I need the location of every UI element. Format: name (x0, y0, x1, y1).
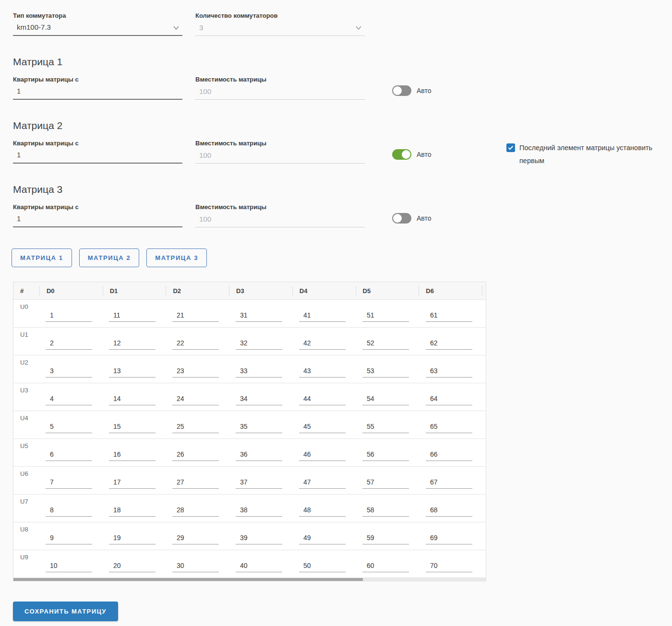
matrix-cell-input-U6-D1[interactable] (109, 478, 156, 489)
matrix-cell-input-U6-D4[interactable] (299, 478, 346, 489)
matrix-cell-input-U4-D1[interactable] (109, 423, 156, 433)
matrix-cell-input-U7-D2[interactable] (172, 506, 219, 517)
capacity-label: Вместимость матрицы (195, 203, 365, 211)
switch-type-select[interactable] (13, 23, 182, 36)
row-label-U4: U4 (13, 411, 40, 438)
matrix-cell-input-U8-D6[interactable] (426, 534, 472, 544)
matrix-cell-input-U3-D2[interactable] (172, 395, 219, 405)
matrix-cell-input-U1-D1[interactable] (109, 339, 156, 350)
cell-U3-D3 (230, 383, 293, 411)
row-label-U2: U2 (13, 355, 40, 383)
matrix-cell-input-U9-D6[interactable] (426, 562, 472, 572)
matrix-1-apartments-input[interactable] (13, 86, 182, 99)
matrix-cell-input-U2-D6[interactable] (426, 367, 472, 378)
matrix-2-apartments-input[interactable] (13, 150, 182, 163)
matrix-cell-input-U0-D6[interactable] (426, 311, 472, 322)
matrix-cell-input-U9-D4[interactable] (299, 562, 346, 572)
matrix-cell-input-U1-D2[interactable] (172, 339, 219, 350)
matrix-cell-input-U9-D2[interactable] (172, 562, 219, 572)
matrix-3-apartments-input[interactable] (13, 214, 182, 226)
matrix-cell-input-U6-D0[interactable] (46, 478, 92, 489)
matrix-cell-input-U3-D6[interactable] (426, 395, 472, 405)
matrix-cell-input-U1-D6[interactable] (426, 339, 472, 350)
matrix-cell-input-U9-D1[interactable] (109, 562, 156, 572)
matrix-cell-input-U6-D3[interactable] (236, 478, 282, 489)
matrix-cell-input-U8-D3[interactable] (236, 534, 282, 544)
tab-matrix-1[interactable]: МАТРИЦА 1 (12, 248, 72, 267)
capacity-input-wrap (195, 86, 365, 100)
matrix-3-auto-toggle[interactable] (392, 213, 411, 224)
matrix-cell-input-U1-D3[interactable] (236, 339, 282, 350)
matrix-cell-input-U6-D2[interactable] (172, 478, 219, 489)
matrix-cell-input-U4-D6[interactable] (426, 423, 472, 433)
matrix-cell-input-U4-D4[interactable] (299, 423, 346, 433)
matrix-cell-input-U6-D5[interactable] (362, 478, 409, 489)
switch-count-select[interactable] (195, 23, 365, 36)
matrix-3-capacity-input[interactable] (195, 214, 365, 227)
checkbox-checked-icon[interactable] (506, 143, 515, 152)
matrix-cell-input-U3-D3[interactable] (236, 395, 282, 405)
matrix-1-auto-toggle[interactable] (392, 85, 411, 96)
switch-type-value[interactable] (13, 23, 182, 35)
matrix-cell-input-U7-D0[interactable] (46, 506, 92, 517)
matrix-cell-input-U1-D4[interactable] (299, 339, 346, 350)
matrix-cell-input-U9-D5[interactable] (362, 562, 409, 572)
matrix-cell-input-U0-D2[interactable] (172, 311, 219, 322)
tab-matrix-3[interactable]: МАТРИЦА 3 (146, 248, 207, 267)
matrix-cell-input-U5-D3[interactable] (236, 450, 282, 461)
matrix-cell-input-U3-D4[interactable] (299, 395, 346, 405)
matrix-cell-input-U4-D0[interactable] (46, 423, 92, 433)
matrix-cell-input-U8-D0[interactable] (46, 534, 92, 544)
scrollbar-thumb[interactable] (13, 578, 363, 581)
matrix-cell-input-U5-D1[interactable] (109, 450, 156, 461)
matrix-2-auto-toggle[interactable] (392, 149, 411, 160)
matrix-2-capacity-input[interactable] (195, 150, 365, 163)
matrix-cell-input-U1-D5[interactable] (362, 339, 409, 350)
matrix-cell-input-U5-D4[interactable] (299, 450, 346, 461)
last-element-first-checkbox-wrap[interactable]: Последний элемент матрицы установить пер… (506, 142, 655, 167)
matrix-cell-input-U8-D5[interactable] (362, 534, 409, 544)
matrix-cell-input-U9-D3[interactable] (236, 562, 282, 572)
matrix-cell-input-U3-D1[interactable] (109, 395, 156, 405)
matrix-cell-input-U8-D1[interactable] (109, 534, 156, 544)
matrix-cell-input-U4-D2[interactable] (172, 423, 219, 433)
table-row-U2: U2 (13, 355, 486, 383)
matrix-cell-input-U3-D0[interactable] (46, 395, 92, 405)
matrix-cell-input-U9-D0[interactable] (46, 562, 92, 572)
matrix-cell-input-U2-D4[interactable] (299, 367, 346, 378)
matrix-cell-input-U7-D1[interactable] (109, 506, 156, 517)
matrix-cell-input-U5-D0[interactable] (46, 450, 92, 461)
matrix-cell-input-U7-D6[interactable] (426, 506, 472, 517)
table-row-U3: U3 (13, 383, 486, 411)
matrix-cell-input-U8-D4[interactable] (299, 534, 346, 544)
matrix-cell-input-U8-D2[interactable] (172, 534, 219, 544)
matrix-cell-input-U5-D2[interactable] (172, 450, 219, 461)
matrix-cell-input-U7-D4[interactable] (299, 506, 346, 517)
matrix-cell-input-U4-D5[interactable] (362, 423, 409, 433)
save-matrix-button[interactable]: СОХРАНИТЬ МАТРИЦУ (13, 602, 118, 621)
switch-count-value[interactable] (195, 23, 365, 35)
matrix-cell-input-U0-D0[interactable] (46, 311, 92, 322)
matrix-cell-input-U0-D3[interactable] (236, 311, 282, 322)
matrix-cell-input-U3-D5[interactable] (362, 395, 409, 405)
matrix-cell-input-U2-D0[interactable] (46, 367, 92, 378)
horizontal-scrollbar[interactable] (13, 578, 486, 581)
matrix-cell-input-U2-D3[interactable] (236, 367, 282, 378)
cell-U5-D0 (40, 439, 103, 466)
row-label-U6: U6 (13, 467, 40, 494)
matrix-cell-input-U2-D5[interactable] (362, 367, 409, 378)
matrix-cell-input-U5-D6[interactable] (426, 450, 472, 461)
matrix-cell-input-U0-D1[interactable] (109, 311, 156, 322)
matrix-cell-input-U4-D3[interactable] (236, 423, 282, 433)
matrix-cell-input-U2-D1[interactable] (109, 367, 156, 378)
tab-matrix-2[interactable]: МАТРИЦА 2 (79, 248, 140, 267)
matrix-cell-input-U1-D0[interactable] (46, 339, 92, 350)
matrix-1-capacity-input[interactable] (195, 86, 365, 99)
matrix-cell-input-U0-D5[interactable] (362, 311, 409, 322)
matrix-cell-input-U7-D3[interactable] (236, 506, 282, 517)
matrix-cell-input-U6-D6[interactable] (426, 478, 472, 489)
matrix-cell-input-U7-D5[interactable] (362, 506, 409, 517)
matrix-cell-input-U2-D2[interactable] (172, 367, 219, 378)
matrix-cell-input-U5-D5[interactable] (362, 450, 409, 461)
matrix-cell-input-U0-D4[interactable] (299, 311, 346, 322)
